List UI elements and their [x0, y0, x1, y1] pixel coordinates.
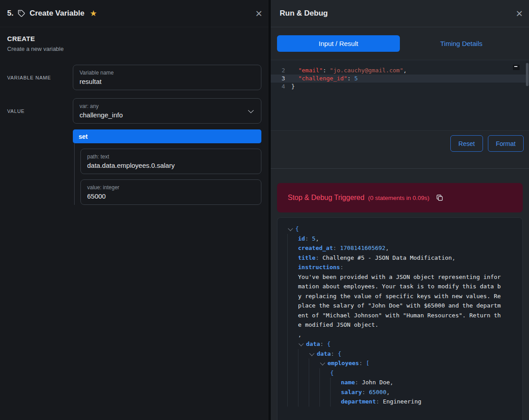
tree-line: instructions:: [283, 262, 517, 272]
collapse-chevron-icon[interactable]: [298, 339, 306, 349]
banner-detail: (0 statements in 0.09s): [368, 195, 429, 201]
tree-line: created_at: 1708141605692,: [283, 243, 517, 253]
indent-guide: [287, 272, 298, 282]
indent-guide: [298, 378, 309, 387]
value-field-label: var: any: [80, 103, 255, 109]
indent-guide: [330, 397, 341, 407]
tree-line: name: John Doe,: [283, 378, 517, 387]
tag-icon: [17, 9, 25, 17]
tree-line: e modified JSON object.: [283, 320, 517, 330]
copy-button[interactable]: [435, 193, 444, 202]
tree-line: data: {: [283, 349, 517, 359]
editor-scrollbar-thumb[interactable]: [526, 63, 529, 86]
close-run-debug-button[interactable]: ×: [516, 8, 523, 19]
tree-line: ,: [283, 330, 517, 340]
line-number: 2: [271, 67, 291, 75]
tab-input-result[interactable]: Input / Result: [277, 35, 400, 52]
value-int-input[interactable]: value: integer 65000: [80, 179, 261, 205]
indent-guide: [287, 320, 298, 330]
tree-line: mation about employees. Your task is to …: [283, 282, 517, 291]
indent-guide: [287, 234, 298, 244]
tree-line: {: [283, 368, 517, 378]
indent-guide: [298, 358, 309, 368]
value-field-value: challenge_info: [80, 111, 255, 119]
variable-name-input[interactable]: Variable name resultat: [73, 65, 261, 90]
indent-guide: [287, 339, 298, 349]
tree-line: ent of "Michael Johnson" with "Human Res…: [283, 311, 517, 320]
value-select[interactable]: var: any challenge_info: [73, 98, 261, 124]
value-label: VALUE: [7, 108, 73, 114]
variable-name-field-value: resultat: [80, 78, 255, 85]
step-number: 5.: [7, 9, 13, 18]
editor-lines: 2 "email": "jo.cauchy@gmail.com",3 "chal…: [271, 67, 529, 91]
indent-guide: [319, 368, 330, 378]
indent-guide: [319, 387, 330, 397]
tree-line: place the salary of "John Doe" with $650…: [283, 301, 517, 311]
indent-guide: [287, 368, 298, 378]
indent-guide: [319, 397, 330, 407]
indent-guide: [287, 243, 298, 253]
run-debug-header: Run & Debug ×: [271, 0, 529, 27]
stop-debug-banner: Stop & Debug Triggered (0 statements in …: [277, 183, 523, 212]
editor-line: 4}: [271, 83, 529, 91]
create-variable-form: VARIABLE NAME Variable name resultat VAL…: [0, 52, 269, 205]
tree-line: y replacing the value of specific keys w…: [283, 291, 517, 301]
tree-line: id: 5,: [283, 234, 517, 244]
indent-guide: [287, 349, 298, 359]
reset-button[interactable]: Reset: [450, 135, 483, 152]
tree-line: salary: 65000,: [283, 387, 517, 397]
indent-guide: [309, 387, 319, 397]
indent-guide: [287, 253, 298, 263]
run-debug-tabs: Input / Result Timing Details: [271, 27, 529, 60]
path-input[interactable]: path: text data.data.employees.0.salary: [80, 149, 261, 174]
run-debug-title: Run & Debug: [280, 9, 328, 18]
indent-guide: [287, 397, 298, 407]
indent-guide: [298, 368, 309, 378]
indent-guide: [287, 387, 298, 397]
indent-guide: [319, 378, 330, 387]
banner-title: Stop & Debug Triggered: [288, 194, 365, 202]
indent-guide: [309, 358, 319, 368]
indent-guide: [287, 330, 298, 340]
code-editor[interactable]: 2 "email": "jo.cauchy@gmail.com",3 "chal…: [271, 60, 529, 131]
tree-line: You've been provided with a JSON object …: [283, 272, 517, 282]
editor-overview-marker: [513, 65, 520, 70]
run-debug-panel: Run & Debug × Input / Result Timing Deta…: [271, 0, 529, 420]
set-operation-bar[interactable]: set: [73, 129, 261, 143]
indent-guide: [298, 397, 309, 407]
favorite-star-icon[interactable]: ★: [90, 9, 97, 17]
collapse-chevron-icon[interactable]: [309, 349, 317, 359]
path-field-label: path: text: [87, 154, 255, 160]
close-panel-button[interactable]: ×: [256, 8, 262, 19]
editor-line: 3 "challenge_id": 5: [271, 75, 529, 83]
indent-guide: [287, 301, 298, 311]
set-block: set path: text data.data.employees.0.sal…: [73, 129, 261, 205]
create-variable-panel: 5. Create Variable ★ × CREATE Create a n…: [0, 0, 269, 420]
value-int-field-value: 65000: [87, 192, 255, 200]
indent-guide: [287, 378, 298, 387]
collapse-chevron-icon[interactable]: [287, 224, 295, 234]
indent-guide: [309, 378, 319, 387]
path-field-value: data.data.employees.0.salary: [87, 162, 255, 169]
set-arguments: path: text data.data.employees.0.salary …: [74, 143, 261, 205]
indent-guide: [330, 387, 341, 397]
collapse-chevron-icon[interactable]: [319, 358, 327, 368]
editor-actions: Reset Format: [271, 131, 529, 158]
indent-guide: [287, 262, 298, 272]
indent-guide: [287, 282, 298, 291]
indent-guide: [287, 311, 298, 320]
indent-guide: [309, 397, 319, 407]
create-variable-header: 5. Create Variable ★ ×: [0, 0, 269, 27]
section-divider: [271, 168, 529, 169]
line-number: 3: [271, 75, 291, 83]
tree-line: {: [283, 224, 517, 234]
value-int-field-label: value: integer: [87, 184, 255, 191]
editor-line: 2 "email": "jo.cauchy@gmail.com",: [271, 67, 529, 75]
format-button[interactable]: Format: [488, 135, 524, 152]
tree-line: data: {: [283, 339, 517, 349]
indent-guide: [330, 378, 341, 387]
indent-guide: [287, 358, 298, 368]
indent-guide: [298, 349, 309, 359]
indent-guide: [309, 368, 319, 378]
tab-timing-details[interactable]: Timing Details: [400, 35, 523, 52]
